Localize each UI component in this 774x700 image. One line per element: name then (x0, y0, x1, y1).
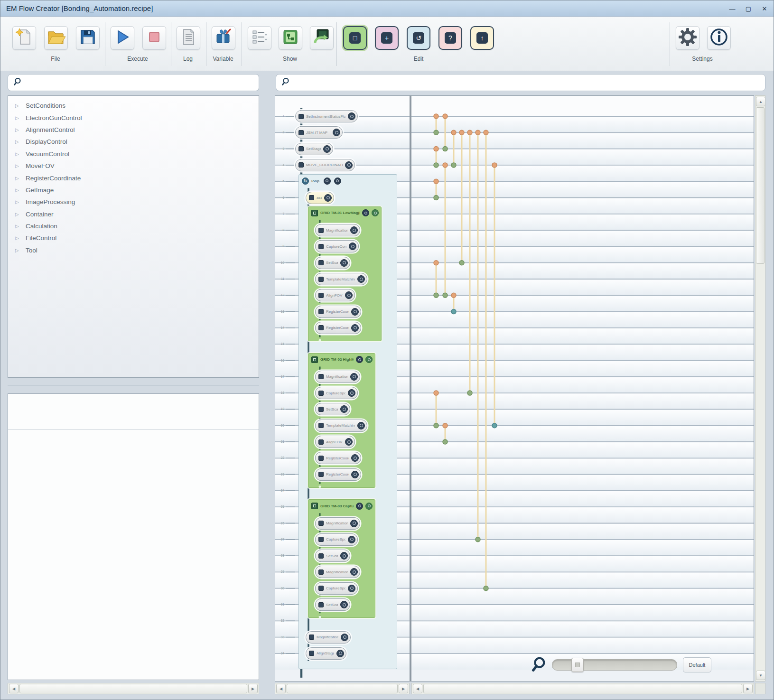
flow-node-magnification[interactable]: Magnification (315, 224, 360, 236)
flow-node-capturespot[interactable]: CaptureSpot (315, 533, 358, 546)
node-settings-icon[interactable] (348, 536, 355, 543)
flow-node-setscan[interactable]: SetScan (315, 598, 350, 611)
flow-search-input[interactable] (292, 79, 760, 87)
expander-icon[interactable]: ▷ (15, 139, 20, 144)
flow-node-alignfov[interactable]: AlignFOV (315, 289, 355, 301)
node-settings-icon[interactable] (345, 291, 353, 299)
log-document-button[interactable] (177, 26, 200, 50)
node-settings-icon[interactable] (348, 389, 355, 397)
node-settings-icon[interactable] (350, 520, 358, 527)
edit-export-button[interactable]: ↑ (470, 26, 494, 50)
flow-node-alignfov[interactable]: AlignFOV (315, 436, 355, 448)
stop-button[interactable] (142, 26, 166, 50)
flow-node-setscan[interactable]: SetScan (315, 403, 350, 415)
loop-settings-icon[interactable] (324, 177, 331, 185)
node-settings-icon[interactable] (351, 324, 359, 332)
node-settings-icon[interactable] (350, 373, 358, 381)
scroll-left-arrow[interactable]: ◀ (413, 684, 422, 693)
container-settings-icon[interactable] (362, 209, 369, 216)
node-settings-icon[interactable] (350, 226, 358, 234)
panel-splitter[interactable] (8, 385, 259, 386)
tree-item-displaycontrol[interactable]: ▷DisplayControl (8, 136, 259, 148)
node-settings-icon[interactable] (324, 194, 332, 202)
expander-icon[interactable]: ▷ (15, 151, 20, 157)
play-button[interactable] (111, 26, 134, 50)
node-settings-icon[interactable] (323, 145, 331, 153)
variable-box-button[interactable] (212, 26, 235, 50)
flow-node-alignstage[interactable]: AlignStage (306, 647, 346, 660)
node-settings-icon[interactable] (348, 112, 355, 120)
flow-node-setstage[interactable]: SetStage (295, 143, 333, 155)
new-file-button[interactable] (12, 26, 36, 50)
node-settings-icon[interactable] (340, 552, 348, 560)
node-settings-icon[interactable] (336, 650, 344, 657)
tree-item-calculation[interactable]: ▷Calculation (8, 220, 259, 232)
component-search-box[interactable] (8, 74, 259, 91)
tree-item-electronguncontrol[interactable]: ▷ElectronGunControl (8, 112, 259, 123)
edit-container-button[interactable]: □ (343, 26, 367, 50)
flow-node-magnification[interactable]: Magnification (315, 517, 360, 530)
flow-node-assign[interactable]: assign (306, 192, 334, 204)
expander-icon[interactable]: ▷ (15, 115, 20, 121)
flow-node-templatematching[interactable]: TemplateMatching (315, 273, 367, 285)
container-collapse-icon[interactable] (365, 503, 373, 510)
scroll-right-arrow[interactable]: ▶ (399, 684, 408, 693)
flow-node-magnification[interactable]: Magnification (315, 566, 360, 578)
zoom-slider-thumb[interactable] (571, 658, 584, 672)
expander-icon[interactable]: ▷ (15, 176, 20, 181)
zoom-slider[interactable] (552, 659, 677, 671)
zoom-default-button[interactable]: Default (683, 657, 711, 672)
scroll-left-arrow[interactable]: ◀ (276, 684, 286, 693)
expander-icon[interactable]: ▷ (15, 103, 20, 108)
edit-loop-button[interactable]: ↺ (407, 26, 430, 50)
vertical-scrollbar-thumb[interactable] (756, 107, 765, 264)
node-settings-icon[interactable] (349, 243, 356, 250)
node-settings-icon[interactable] (345, 161, 353, 169)
tree-item-alignmentcontrol[interactable]: ▷AlignmentControl (8, 124, 259, 136)
edit-branch-button[interactable]: + (375, 26, 399, 50)
info-button[interactable] (707, 26, 731, 50)
flow-node-registercoord[interactable]: RegisterCoord (315, 468, 361, 481)
node-settings-icon[interactable] (340, 405, 348, 413)
expander-icon[interactable]: ▷ (15, 187, 20, 193)
node-settings-icon[interactable] (351, 308, 359, 316)
left-horizontal-scrollbar[interactable]: ◀▶ (8, 683, 259, 694)
open-folder-button[interactable] (44, 26, 68, 50)
close-button[interactable]: ✕ (760, 5, 769, 12)
flow-node-capturespot[interactable]: CaptureSpot (315, 387, 358, 399)
expander-icon[interactable]: ▷ (15, 212, 20, 217)
vertical-scrollbar[interactable]: ▲ ▼ (755, 95, 765, 681)
node-settings-icon[interactable] (357, 275, 365, 283)
container-settings-icon[interactable] (356, 356, 363, 363)
edit-condition-button[interactable]: ? (438, 26, 462, 50)
flow-node-capturespot[interactable]: CaptureSpot (315, 582, 358, 595)
show-list-button[interactable] (248, 26, 271, 50)
tree-item-imageprocessing[interactable]: ▷ImageProcessing (8, 196, 259, 208)
flow-node-jsm-it-map[interactable]: JSM-IT MAP (295, 126, 343, 139)
tree-item-getimage[interactable]: ▷GetImage (8, 184, 259, 196)
flow-search-box[interactable] (276, 74, 765, 91)
tree-item-filecontrol[interactable]: ▷FileControl (8, 232, 259, 244)
flow-node-setscan[interactable]: SetScan (315, 257, 350, 269)
flow-node-setinstrumentstatusflow[interactable]: SetInstrumentStatusFlow (295, 110, 358, 122)
expander-icon[interactable]: ▷ (15, 235, 20, 241)
container-collapse-icon[interactable] (372, 209, 379, 216)
flow-node-setscan[interactable]: SetScan (315, 550, 350, 562)
flow-node-magnification[interactable]: Magnification (315, 371, 360, 383)
flow-node-registercoord[interactable]: RegisterCoord (315, 452, 361, 464)
node-settings-icon[interactable] (340, 601, 348, 608)
expander-icon[interactable]: ▷ (15, 224, 20, 229)
node-settings-icon[interactable] (351, 471, 359, 478)
node-settings-icon[interactable] (340, 259, 348, 267)
node-settings-icon[interactable] (357, 422, 365, 429)
show-diagram-button[interactable] (310, 26, 334, 50)
node-settings-icon[interactable] (333, 129, 340, 136)
save-button[interactable] (76, 26, 100, 50)
show-flow-button[interactable] (279, 26, 302, 50)
tree-item-registercoordinate[interactable]: ▷RegisterCoordinate (8, 172, 259, 184)
expander-icon[interactable]: ▷ (15, 163, 20, 168)
flow-node-capturecond[interactable]: CaptureCond (315, 240, 359, 252)
flow-node-move-coordinate-register-[interactable]: MOVE_COORDINATE(REGISTER) (295, 159, 355, 171)
loop-collapse-icon[interactable] (334, 177, 341, 185)
scroll-up-arrow[interactable]: ▲ (756, 97, 765, 106)
